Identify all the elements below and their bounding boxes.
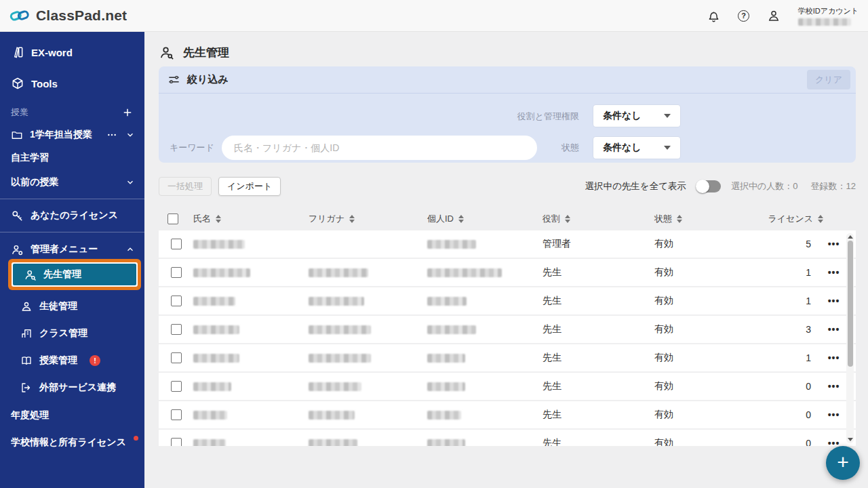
role-cell: 管理者 (536, 238, 648, 250)
column-header-status[interactable]: 状態 (648, 213, 757, 225)
sidebar-item-teacher-management-selected[interactable]: 先生管理 (13, 264, 136, 285)
role-cell: 先生 (536, 380, 648, 392)
redacted-name (193, 268, 250, 277)
redacted-id (427, 411, 461, 420)
row-menu-icon[interactable] (828, 409, 840, 420)
lessons-section-label: 授業 (11, 106, 28, 119)
sidebar-item-external-services[interactable]: 外部サービス連携 (0, 378, 144, 397)
role-filter-label: 役割と管理権限 (457, 110, 579, 123)
select-all-checkbox[interactable] (167, 214, 178, 224)
registered-count: 登録数：12 (811, 180, 856, 192)
show-selected-toggle[interactable] (696, 180, 721, 192)
row-checkbox[interactable] (171, 296, 182, 306)
scroll-up-icon[interactable] (848, 235, 853, 239)
help-icon[interactable] (737, 9, 751, 22)
row-menu-icon[interactable] (828, 381, 840, 392)
redacted-account-name (798, 18, 851, 26)
sidebar-item-ex-word[interactable]: EX-word (0, 43, 144, 62)
redacted-name (193, 297, 235, 306)
key-icon (11, 209, 24, 222)
row-checkbox[interactable] (171, 267, 182, 278)
chevron-down-icon[interactable] (125, 178, 135, 187)
sidebar-item-lesson-folder[interactable]: 1学年担当授業 (0, 125, 144, 144)
app-logo: ClassPad.net (9, 7, 127, 24)
column-header-name[interactable]: 氏名 (187, 213, 302, 225)
account-info[interactable]: 学校IDアカウント (798, 6, 859, 26)
selected-count: 選択中の人数：0 (731, 180, 798, 192)
sidebar-item-class-management[interactable]: クラス管理 (0, 324, 144, 343)
notifications-bell-icon[interactable] (707, 9, 721, 22)
redacted-kana (309, 354, 371, 363)
sidebar-item-tools[interactable]: Tools (0, 74, 144, 93)
class-building-icon (20, 327, 33, 340)
row-menu-icon[interactable] (828, 352, 840, 363)
sidebar-item-admin-menu[interactable]: 管理者メニュー (0, 240, 144, 259)
sort-icon (349, 215, 355, 223)
clear-filter-button[interactable]: クリア (807, 70, 850, 89)
row-checkbox[interactable] (171, 381, 182, 392)
row-menu-icon[interactable] (828, 267, 840, 278)
column-header-kana[interactable]: フリガナ (302, 213, 421, 225)
sort-icon (677, 215, 682, 223)
row-menu-icon[interactable] (828, 324, 840, 335)
status-cell: 有効 (648, 437, 757, 446)
status-cell: 有効 (648, 380, 757, 392)
sidebar-label: EX-word (31, 47, 73, 58)
row-checkbox[interactable] (171, 352, 182, 363)
column-label: ライセンス (768, 213, 813, 225)
sidebar-item-lesson-management[interactable]: 授業管理 (0, 351, 144, 370)
status-cell: 有効 (648, 323, 757, 336)
logo-text: ClassPad.net (36, 7, 127, 24)
license-count-cell: 1 (757, 296, 814, 306)
status-filter-select[interactable]: 条件なし (593, 137, 680, 159)
sidebar-item-self-study[interactable]: 自主学習 (0, 148, 144, 167)
sidebar-item-previous-lessons[interactable]: 以前の授業 (0, 173, 144, 192)
row-checkbox[interactable] (171, 438, 182, 446)
table-row: 先生 有効 1 (159, 344, 856, 371)
role-filter-select[interactable]: 条件なし (593, 105, 680, 127)
column-header-role[interactable]: 役割 (536, 213, 648, 225)
column-header-id[interactable]: 個人ID (421, 213, 536, 225)
column-label: 状態 (654, 213, 672, 225)
row-menu-icon[interactable] (828, 438, 840, 446)
sidebar-item-student-management[interactable]: 生徒管理 (0, 297, 144, 316)
scrollbar-thumb[interactable] (848, 241, 853, 367)
row-checkbox[interactable] (171, 409, 182, 420)
row-menu-icon[interactable] (828, 239, 840, 249)
sidebar: EX-word Tools 授業 1学年担当授業 自主学習 以前の授業 (0, 32, 144, 488)
bulk-action-button[interactable]: 一括処理 (159, 177, 212, 196)
alert-badge-icon (90, 355, 100, 366)
sidebar-divider (0, 199, 144, 199)
status-cell: 有効 (648, 295, 757, 307)
sort-icon (565, 215, 570, 223)
import-button[interactable]: インポート (218, 177, 281, 196)
redacted-id (427, 382, 465, 391)
sort-icon (216, 215, 221, 223)
keyword-search-input[interactable] (222, 136, 537, 160)
folder-menu-icon[interactable] (106, 129, 117, 140)
filter-sliders-icon (167, 73, 180, 86)
sidebar-item-year-processing[interactable]: 年度処理 (0, 407, 144, 424)
table-header: 氏名 フリガナ 個人ID 役割 状態 ライセンス (159, 207, 856, 230)
user-icon[interactable] (767, 9, 781, 22)
status-filter-label: 状態 (525, 142, 579, 154)
chevron-down-icon[interactable] (125, 130, 135, 140)
sidebar-item-school-info-license[interactable]: 学校情報と所有ライセンス (0, 434, 144, 451)
chevron-up-icon[interactable] (125, 245, 135, 254)
sidebar-item-your-license[interactable]: あなたのライセンス (0, 206, 144, 225)
add-lesson-icon[interactable] (121, 106, 134, 119)
table-scrollbar[interactable] (846, 233, 854, 443)
add-teacher-fab-button[interactable] (826, 446, 860, 480)
filter-title: 絞り込み (187, 73, 229, 86)
scroll-down-icon[interactable] (848, 438, 853, 441)
caret-down-icon (664, 114, 671, 118)
table-row: 先生 有効 1 (159, 287, 856, 314)
column-header-license[interactable]: ライセンス (757, 213, 848, 225)
row-checkbox[interactable] (171, 239, 182, 249)
redacted-name (193, 439, 226, 447)
student-icon (20, 300, 33, 312)
caret-down-icon (664, 146, 671, 150)
classpad-logo-icon (9, 7, 30, 24)
row-checkbox[interactable] (171, 324, 182, 335)
row-menu-icon[interactable] (828, 296, 840, 306)
